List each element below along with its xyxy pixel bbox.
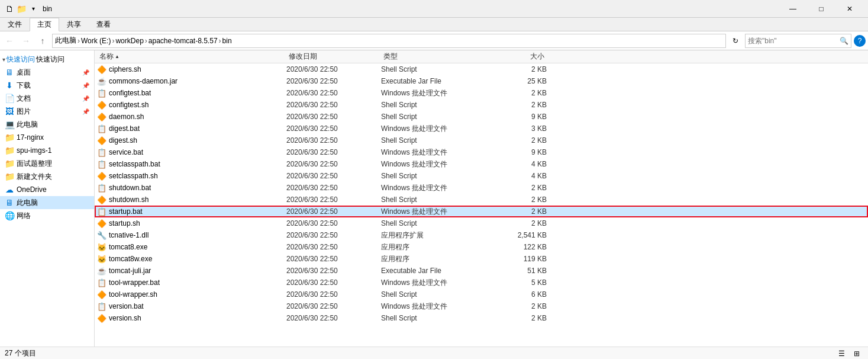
file-icon-bat: 📋 xyxy=(97,148,107,157)
column-header-date[interactable]: 修改日期 xyxy=(286,52,381,62)
sidebar-item-doc[interactable]: 📄 文档 📌 xyxy=(0,92,94,105)
file-icon-sh: 🔶 xyxy=(97,195,107,204)
file-type: Windows 批处理文件 xyxy=(381,124,499,134)
pin-icon: 📌 xyxy=(82,82,89,89)
table-row[interactable]: 🔶 daemon.sh 2020/6/30 22:50 Shell Script… xyxy=(95,111,868,123)
breadcrumb-sep-2: › xyxy=(145,37,147,45)
close-button[interactable]: ✕ xyxy=(836,0,863,18)
back-button[interactable]: ← xyxy=(2,34,17,48)
up-button[interactable]: ↑ xyxy=(36,34,50,48)
table-row[interactable]: 🔶 startup.sh 2020/6/30 22:50 Shell Scrip… xyxy=(95,217,868,229)
table-row[interactable]: 🔧 tcnative-1.dll 2020/6/30 22:50 应用程序扩展 … xyxy=(95,229,868,241)
minimize-button[interactable]: — xyxy=(779,0,806,18)
quick-access-label: 快速访问 xyxy=(36,55,64,65)
sidebar-item-onedrive[interactable]: ☁ OneDrive xyxy=(0,183,94,196)
file-date: 2020/6/30 22:50 xyxy=(286,89,381,97)
sidebar-item-label: 网络 xyxy=(17,211,31,221)
file-icon-bat: 📋 xyxy=(97,278,107,287)
file-date: 2020/6/30 22:50 xyxy=(286,148,381,156)
sidebar-item-interview[interactable]: 📁 面试题整理 xyxy=(0,157,94,170)
sidebar-item-spu[interactable]: 📁 spu-imgs-1 xyxy=(0,144,94,157)
sidebar-group-quick-access[interactable]: ▾ 快速访问 快速访问 xyxy=(0,53,94,66)
table-row[interactable]: 🔶 setclasspath.sh 2020/6/30 22:50 Shell … xyxy=(95,170,868,182)
table-row[interactable]: ☕ commons-daemon.jar 2020/6/30 22:50 Exe… xyxy=(95,75,868,87)
table-row[interactable]: 📋 configtest.bat 2020/6/30 22:50 Windows… xyxy=(95,87,868,99)
sidebar-item-nginx[interactable]: 📁 17-nginx xyxy=(0,131,94,144)
file-date: 2020/6/30 22:50 xyxy=(286,101,381,109)
breadcrumb-part-3[interactable]: apache-tomcat-8.5.57 xyxy=(149,37,218,45)
file-date: 2020/6/30 22:50 xyxy=(286,290,381,299)
breadcrumb-part-0[interactable]: 此电脑 xyxy=(55,36,76,46)
app-icon-1: 🗋 xyxy=(5,4,14,14)
file-size: 122 KB xyxy=(499,243,547,251)
tab-file[interactable]: 文件 xyxy=(0,18,30,31)
sidebar-item-newfolder[interactable]: 📁 新建文件夹 xyxy=(0,170,94,183)
forward-button[interactable]: → xyxy=(19,34,33,48)
table-row[interactable]: 📋 digest.bat 2020/6/30 22:50 Windows 批处理… xyxy=(95,123,868,134)
file-name: version.bat xyxy=(109,302,144,310)
breadcrumb-part-4[interactable]: bin xyxy=(222,37,232,45)
column-header-type[interactable]: 类型 xyxy=(381,52,499,62)
sidebar-item-desktop[interactable]: 🖥 桌面 📌 xyxy=(0,66,94,79)
doc-icon: 📄 xyxy=(5,94,14,103)
file-type: 应用程序扩展 xyxy=(381,230,499,241)
onedrive-icon: ☁ xyxy=(5,185,14,194)
sidebar-item-download[interactable]: ⬇ 下载 📌 xyxy=(0,79,94,92)
table-row[interactable]: 🔶 tool-wrapper.sh 2020/6/30 22:50 Shell … xyxy=(95,289,868,300)
table-row[interactable]: 🔶 ciphers.sh 2020/6/30 22:50 Shell Scrip… xyxy=(95,63,868,75)
sidebar-item-network[interactable]: 🌐 网络 xyxy=(0,209,94,222)
file-type: Shell Script xyxy=(381,195,499,204)
file-type: Shell Script xyxy=(381,314,499,322)
column-header-size[interactable]: 大小 xyxy=(499,52,547,62)
table-row[interactable]: ☕ tomcat-juli.jar 2020/6/30 22:50 Execut… xyxy=(95,265,868,277)
help-button[interactable]: ? xyxy=(854,35,866,47)
file-date: 2020/6/30 22:50 xyxy=(286,267,381,275)
table-row[interactable]: 📋 startup.bat 2020/6/30 22:50 Windows 批处… xyxy=(95,206,868,217)
search-box[interactable]: 🔍 xyxy=(745,34,851,48)
file-type: Windows 批处理文件 xyxy=(381,302,499,312)
file-icon-sh: 🔶 xyxy=(97,65,107,74)
sidebar-item-label: 17-nginx xyxy=(17,133,44,142)
table-row[interactable]: 🔶 configtest.sh 2020/6/30 22:50 Shell Sc… xyxy=(95,99,868,111)
file-size: 2 KB xyxy=(499,207,547,216)
file-icon-bat: 📋 xyxy=(97,183,107,193)
file-type: Shell Script xyxy=(381,136,499,145)
sidebar-item-this-pc[interactable]: 💻 此电脑 xyxy=(0,118,94,131)
file-date: 2020/6/30 22:50 xyxy=(286,314,381,322)
ribbon: 文件 主页 共享 查看 xyxy=(0,18,868,31)
file-size: 6 KB xyxy=(499,290,547,299)
search-input[interactable] xyxy=(748,37,840,45)
file-date: 2020/6/30 22:50 xyxy=(286,231,381,239)
sidebar-item-photo[interactable]: 🖼 图片 📌 xyxy=(0,105,94,118)
breadcrumb[interactable]: 此电脑 › Work (E:) › workDep › apache-tomca… xyxy=(52,34,726,48)
file-icon-sh: 🔶 xyxy=(97,313,107,323)
table-row[interactable]: 🔶 shutdown.sh 2020/6/30 22:50 Shell Scri… xyxy=(95,194,868,206)
table-row[interactable]: 📋 setclasspath.bat 2020/6/30 22:50 Windo… xyxy=(95,158,868,170)
table-row[interactable]: 🔶 digest.sh 2020/6/30 22:50 Shell Script… xyxy=(95,134,868,146)
breadcrumb-part-1[interactable]: Work (E:) xyxy=(81,37,111,45)
breadcrumb-sep-1: › xyxy=(112,37,114,45)
refresh-button[interactable]: ↻ xyxy=(728,34,743,48)
file-name: tcnative-1.dll xyxy=(109,231,149,239)
tab-view[interactable]: 查看 xyxy=(89,18,118,31)
table-row[interactable]: 📋 version.bat 2020/6/30 22:50 Windows 批处… xyxy=(95,300,868,312)
file-name: tool-wrapper.bat xyxy=(109,278,160,287)
file-size: 4 KB xyxy=(499,172,547,180)
app-icon-dropdown[interactable]: ▾ xyxy=(28,4,38,14)
table-row[interactable]: 🔶 version.sh 2020/6/30 22:50 Shell Scrip… xyxy=(95,312,868,324)
maximize-button[interactable]: □ xyxy=(808,0,835,18)
sidebar-item-thispc[interactable]: 🖥 此电脑 xyxy=(0,196,94,209)
grid-view-button[interactable]: ⊞ xyxy=(850,348,863,359)
table-row[interactable]: 📋 shutdown.bat 2020/6/30 22:50 Windows 批… xyxy=(95,182,868,194)
column-header-name[interactable]: 名称 ▲ xyxy=(97,52,286,62)
table-row[interactable]: 🐱 tomcat8.exe 2020/6/30 22:50 应用程序 122 K… xyxy=(95,241,868,253)
table-row[interactable]: 🐱 tomcat8w.exe 2020/6/30 22:50 应用程序 119 … xyxy=(95,253,868,265)
breadcrumb-part-2[interactable]: workDep xyxy=(115,37,143,45)
list-view-button[interactable]: ☰ xyxy=(835,348,848,359)
app-icon-2: 📁 xyxy=(17,4,26,14)
tab-home[interactable]: 主页 xyxy=(30,18,59,31)
file-icon-jar: ☕ xyxy=(97,266,107,275)
tab-share[interactable]: 共享 xyxy=(59,18,89,31)
table-row[interactable]: 📋 tool-wrapper.bat 2020/6/30 22:50 Windo… xyxy=(95,277,868,289)
table-row[interactable]: 📋 service.bat 2020/6/30 22:50 Windows 批处… xyxy=(95,146,868,158)
